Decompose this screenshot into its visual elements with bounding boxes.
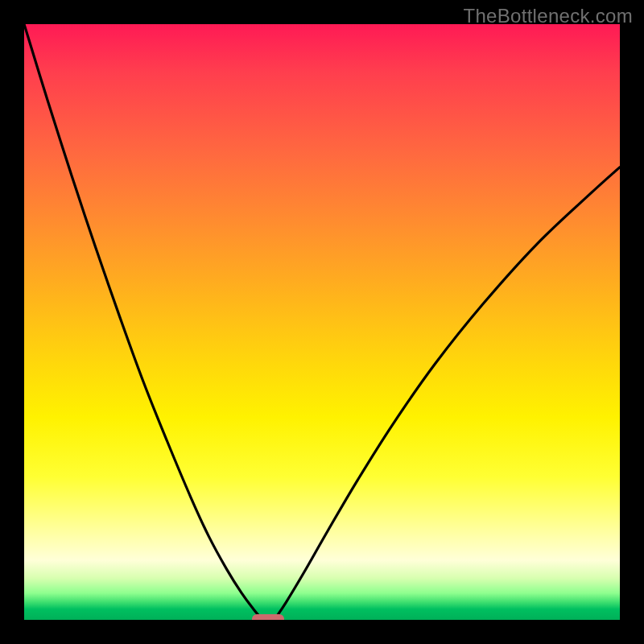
bottleneck-marker xyxy=(252,614,284,620)
plot-area xyxy=(24,24,620,620)
right-curve-path xyxy=(275,167,620,620)
curves-svg xyxy=(24,24,620,620)
left-curve-path xyxy=(24,24,262,620)
chart-frame: TheBottleneck.com xyxy=(0,0,644,644)
